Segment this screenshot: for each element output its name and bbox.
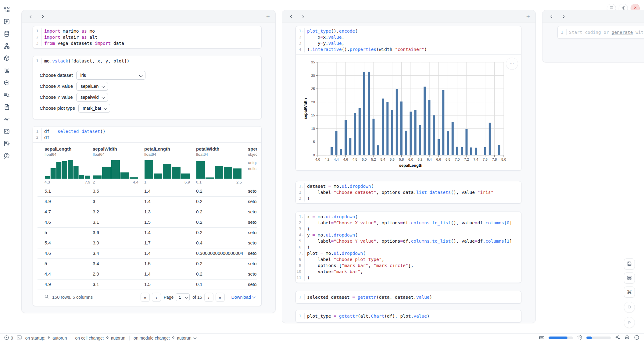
code-editor[interactable]: 1df = selected_dataset()2df — [33, 126, 261, 142]
copilot-button[interactable] — [624, 335, 630, 341]
stop-button[interactable] — [624, 302, 635, 313]
sidebar-datasources-button[interactable] — [3, 30, 10, 38]
fold-spacer — [38, 134, 41, 141]
table-column-header[interactable]: sepalWidthfloat6424.4 — [93, 146, 145, 157]
code-editor[interactable]: 1mo.vstack([dataset, x, y, plot]) — [33, 56, 261, 66]
table-cell: 1.5 — [144, 217, 151, 227]
previous-page-button[interactable]: ‹ — [152, 293, 161, 302]
dropdown-select-wrap: mark_bar — [78, 104, 110, 112]
sidebar-functions-button[interactable] — [3, 18, 10, 26]
cpu-usage-bar — [586, 337, 611, 339]
ai-assist-button[interactable] — [615, 335, 620, 341]
notebook-cell: 1df = selected_dataset()2dfsepalLengthfl… — [33, 126, 262, 306]
code-editor[interactable]: 1⌄x = mo.ui.dropdown(2 label="Choose X v… — [296, 212, 521, 283]
sidebar-ai-chat-button[interactable] — [3, 79, 10, 87]
add-cell-button[interactable]: + — [266, 13, 270, 20]
table-row: 53.61.40.2setosa — [38, 227, 257, 238]
fold-spacer — [301, 195, 304, 201]
table-column-header[interactable]: petalWidthfloat640.12.5 — [196, 146, 248, 157]
sidebar-dependencies-button[interactable] — [3, 43, 10, 50]
code-line: 1import marimo as mo — [33, 28, 261, 34]
fold-spacer — [301, 46, 304, 52]
snippets-icon — [3, 128, 10, 136]
svg-text:5.0: 5.0 — [362, 158, 367, 161]
sidebar-documentation-button[interactable] — [3, 104, 10, 111]
empty-cell-editor[interactable]: 1Start coding or generate with AI — [558, 26, 644, 38]
connection-status-button[interactable] — [634, 335, 639, 341]
first-page-button[interactable]: « — [141, 293, 150, 302]
errors-indicator[interactable]: 0 — [4, 335, 13, 341]
sidebar-outline-search-button[interactable] — [3, 91, 10, 99]
dropdown-label: Choose plot type — [40, 105, 75, 111]
generate-link[interactable]: generate — [612, 30, 633, 35]
table-cell: setosa — [248, 197, 257, 206]
code-editor[interactable]: 1import marimo as mo2import altair as al… — [33, 26, 261, 48]
line-number: 2 — [33, 34, 38, 40]
column-right-arrow[interactable] — [39, 12, 47, 20]
column-left-arrow[interactable] — [27, 12, 34, 20]
save-button[interactable] — [624, 258, 635, 269]
sidebar-logs-button[interactable] — [3, 67, 10, 74]
code-line: 2import altair as alt — [33, 34, 261, 40]
table-column-header[interactable]: petalLengthfloat6416.9 — [144, 146, 196, 157]
on-module-change-setting[interactable]: on module change: autorun — [134, 335, 196, 340]
column-left-arrow[interactable] — [547, 12, 555, 20]
table-cell: 3.1 — [93, 280, 99, 289]
documentation-icon — [3, 104, 10, 111]
code-text: ) — [304, 275, 310, 281]
code-editor[interactable]: 1⌄plot_type().encode(2 x=x.value,3 y=y.v… — [296, 26, 521, 54]
next-page-button[interactable]: › — [204, 293, 213, 302]
sidebar-tracing-button[interactable] — [3, 116, 10, 123]
terminal-button[interactable] — [16, 335, 22, 341]
table-cell: 5.1 — [45, 186, 51, 196]
fold-spacer — [301, 220, 304, 226]
column-right-arrow[interactable] — [560, 12, 567, 20]
fold-spacer — [38, 40, 41, 46]
line-number: 1 — [296, 294, 301, 300]
column-left-arrow[interactable] — [287, 12, 295, 20]
table-cell: 4.6 — [45, 248, 51, 258]
on-startup-setting[interactable]: on startup: autorun — [25, 335, 67, 340]
search-icon[interactable] — [44, 294, 49, 300]
dropdown-select-2[interactable]: sepalLength — [76, 82, 108, 91]
line-number: 2 — [33, 134, 38, 141]
svg-text:4.2: 4.2 — [325, 158, 330, 161]
sidebar-scratchpad-button[interactable] — [3, 140, 10, 148]
table-column-header[interactable]: sepalLengthfloat644.37.9 — [45, 146, 96, 157]
line-number: 2 — [296, 220, 301, 226]
svg-text:5.4: 5.4 — [381, 158, 386, 161]
table-cell: 3.4 — [93, 248, 99, 258]
layout-toggle-button[interactable] — [624, 273, 635, 283]
dropdown-select-1[interactable]: iris — [76, 71, 145, 80]
last-page-button[interactable]: » — [216, 293, 225, 302]
sidebar-file-explorer-button[interactable] — [3, 6, 10, 13]
run-button[interactable] — [624, 317, 635, 328]
dropdown-select-4[interactable]: mark_bar — [78, 104, 110, 112]
sidebar-help-button[interactable] — [3, 152, 10, 160]
page-select[interactable]: 1 — [176, 293, 190, 301]
chart-output[interactable]: 4.04.24.44.64.85.05.25.45.65.86.06.26.46… — [296, 55, 521, 170]
keyboard-shortcuts-button[interactable]: ⌘ — [624, 287, 635, 297]
sidebar-snippets-button[interactable] — [3, 128, 10, 135]
code-text: label="Choose Y value", options=df.colum… — [304, 238, 512, 244]
divider — [71, 336, 71, 340]
fold-chevron-icon: ⌄ — [301, 28, 304, 34]
table-column-header[interactable]: speciesobjectunique:nulls: — [248, 146, 257, 157]
code-editor[interactable]: 1⌄dataset = mo.ui.dropdown(2 label="Choo… — [296, 181, 521, 203]
code-editor[interactable]: 1plot_type = getattr(alt.Chart(df), plot… — [296, 310, 521, 322]
dropdown-select-3[interactable]: sepalWidth — [76, 93, 108, 102]
svg-text:25: 25 — [311, 87, 315, 91]
code-editor[interactable]: 1selected_dataset = getattr(data, datase… — [296, 291, 521, 303]
svg-text:4.0: 4.0 — [315, 158, 320, 161]
line-number: 5 — [296, 238, 301, 244]
add-cell-button[interactable]: + — [526, 13, 531, 20]
on-cell-change-setting[interactable]: on cell change: autorun — [75, 335, 125, 340]
fold-spacer — [301, 226, 304, 232]
notebook-cell: 1mo.vstack([dataset, x, y, plot])Choose … — [33, 56, 262, 119]
table-cell: 3.6 — [93, 228, 99, 237]
sidebar-packages-button[interactable] — [3, 55, 10, 62]
dataframe-table: sepalLengthfloat644.37.9sepalWidthfloat6… — [38, 146, 257, 290]
column-right-arrow[interactable] — [299, 12, 307, 20]
chart-more-options-button[interactable]: ••• — [506, 58, 518, 70]
download-button[interactable]: Download — [230, 294, 257, 300]
